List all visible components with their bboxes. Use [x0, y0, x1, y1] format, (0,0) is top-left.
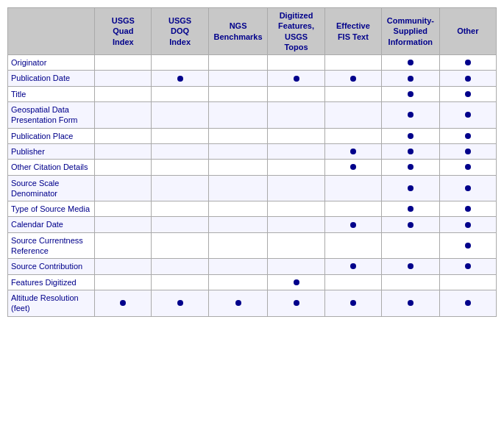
data-cell — [208, 217, 268, 232]
data-cell — [382, 201, 440, 217]
data-cell — [324, 175, 381, 201]
data-cell — [439, 128, 496, 143]
data-cell — [95, 217, 152, 232]
data-cell — [382, 86, 440, 101]
table-row: Publication Place — [8, 128, 497, 143]
data-cell — [382, 71, 440, 86]
data-cell — [439, 102, 496, 129]
table-row: Type of Source Media — [8, 201, 497, 217]
row-label: Source Contribution — [8, 259, 95, 274]
data-cell — [268, 290, 324, 316]
dot-indicator — [465, 164, 471, 170]
data-cell — [439, 232, 496, 259]
data-cell — [152, 274, 208, 290]
data-cell — [208, 86, 268, 101]
row-label: Geospatial Data Presentation Form — [8, 102, 95, 129]
data-cell — [324, 274, 381, 290]
header-ngs: NGSBenchmarks — [208, 8, 268, 55]
header-usgs-doq: USGSDOQIndex — [152, 8, 208, 55]
dot-indicator — [408, 60, 414, 65]
row-label: Publisher — [8, 143, 95, 159]
table-row: Source Currentness Reference — [8, 232, 497, 259]
data-cell — [95, 259, 152, 274]
row-label: Source Scale Denominator — [8, 175, 95, 201]
data-cell — [268, 274, 324, 290]
data-cell — [382, 217, 440, 232]
data-cell — [95, 128, 152, 143]
data-cell — [324, 143, 381, 159]
table-row: Title — [8, 86, 497, 101]
data-cell — [439, 143, 496, 159]
data-cell — [152, 259, 208, 274]
data-cell — [324, 86, 381, 101]
dot-indicator — [465, 243, 471, 249]
data-cell — [324, 102, 381, 129]
data-cell — [324, 160, 381, 175]
table-row: Originator — [8, 55, 497, 71]
data-cell — [208, 201, 268, 217]
data-cell — [324, 71, 381, 86]
dot-indicator — [408, 222, 414, 228]
dot-indicator — [465, 133, 471, 139]
dot-indicator — [465, 112, 471, 118]
table-wrapper: USGSQuadIndex USGSDOQIndex NGSBenchmarks… — [0, 0, 504, 324]
data-cell — [152, 175, 208, 201]
data-cell — [324, 232, 381, 259]
data-cell — [382, 102, 440, 129]
header-empty — [8, 8, 95, 55]
data-cell — [382, 128, 440, 143]
dot-indicator — [294, 279, 299, 285]
data-cell — [152, 71, 208, 86]
dot-indicator — [408, 133, 414, 139]
dot-indicator — [465, 60, 471, 65]
data-cell — [152, 201, 208, 217]
dot-indicator — [350, 222, 356, 228]
table-row: Geospatial Data Presentation Form — [8, 102, 497, 129]
header-community: Community-SuppliedInformation — [382, 8, 440, 55]
header-usgs-quad: USGSQuadIndex — [95, 8, 152, 55]
dot-indicator — [408, 112, 414, 118]
row-label: Source Currentness Reference — [8, 232, 95, 259]
dot-indicator — [350, 149, 356, 154]
data-cell — [152, 290, 208, 316]
data-cell — [439, 55, 496, 71]
header-effective: EffectiveFIS Text — [324, 8, 381, 55]
data-cell — [439, 86, 496, 101]
dot-indicator — [465, 76, 471, 82]
data-cell — [439, 201, 496, 217]
dot-indicator — [350, 300, 356, 306]
data-cell — [152, 102, 208, 129]
data-cell — [152, 160, 208, 175]
data-cell — [268, 128, 324, 143]
data-cell — [152, 143, 208, 159]
data-table: USGSQuadIndex USGSDOQIndex NGSBenchmarks… — [7, 7, 497, 317]
data-cell — [439, 71, 496, 86]
data-cell — [324, 201, 381, 217]
data-cell — [268, 232, 324, 259]
data-cell — [208, 102, 268, 129]
data-cell — [208, 274, 268, 290]
data-cell — [95, 232, 152, 259]
data-cell — [95, 160, 152, 175]
data-cell — [208, 71, 268, 86]
row-label: Title — [8, 86, 95, 101]
data-cell — [268, 143, 324, 159]
dot-indicator — [465, 91, 471, 97]
dot-indicator — [350, 164, 356, 170]
data-cell — [382, 55, 440, 71]
data-cell — [95, 55, 152, 71]
data-cell — [95, 290, 152, 316]
data-cell — [152, 128, 208, 143]
dot-indicator — [177, 300, 183, 306]
data-cell — [208, 55, 268, 71]
data-cell — [268, 175, 324, 201]
data-cell — [268, 102, 324, 129]
row-label: Calendar Date — [8, 217, 95, 232]
data-cell — [382, 143, 440, 159]
data-cell — [324, 217, 381, 232]
row-label: Publication Date — [8, 71, 95, 86]
table-row: Features Digitized — [8, 274, 497, 290]
data-cell — [268, 71, 324, 86]
data-cell — [439, 274, 496, 290]
dot-indicator — [177, 76, 183, 82]
